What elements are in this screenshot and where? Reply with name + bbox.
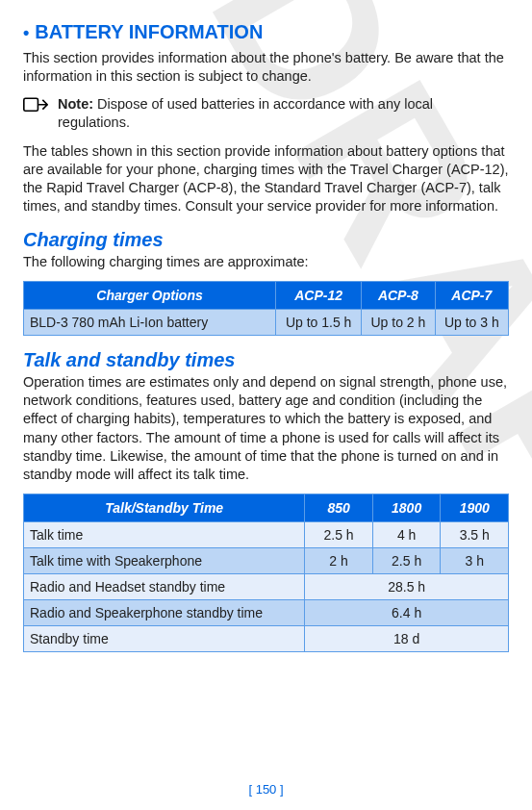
table-row: Radio and Headset standby time 28.5 h	[24, 573, 509, 599]
cell-label: Standby time	[24, 625, 305, 651]
charging-intro: The following charging times are approxi…	[23, 253, 509, 271]
section-intro: This section provides information about …	[23, 49, 509, 86]
table-header-row: Talk/Standby Time 850 1800 1900	[24, 494, 509, 521]
cell-merged: 28.5 h	[305, 573, 509, 599]
table-header-row: Charger Options ACP-12 ACP-8 ACP-7	[24, 282, 509, 310]
th-acp8: ACP-8	[362, 282, 435, 310]
section-title-text: BATTERY INFORMATION	[35, 21, 263, 42]
th-acp12: ACP-12	[276, 282, 362, 310]
talk-table: Talk/Standby Time 850 1800 1900 Talk tim…	[23, 494, 509, 652]
cell-label: Talk time	[24, 521, 305, 547]
section-title: •BATTERY INFORMATION	[23, 21, 509, 43]
cell-label: Talk time with Speakerphone	[24, 547, 305, 573]
th-talk-standby: Talk/Standby Time	[24, 494, 305, 521]
cell-battery-label: BLD-3 780 mAh Li-Ion battery	[24, 310, 276, 336]
talk-intro: Operation times are estimates only and d…	[23, 373, 509, 484]
table-row: Radio and Speakerphone standby time 6.4 …	[24, 599, 509, 625]
cell-val: 2 h	[305, 547, 373, 573]
th-850: 850	[305, 494, 373, 521]
page-number: [ 150 ]	[0, 782, 532, 797]
table-row: Talk time with Speakerphone 2 h 2.5 h 3 …	[24, 547, 509, 573]
cell-acp12: Up to 1.5 h	[276, 310, 362, 336]
cell-val: 3.5 h	[441, 521, 509, 547]
cell-merged: 18 d	[305, 625, 509, 651]
cell-val: 2.5 h	[372, 547, 441, 573]
page-content: •BATTERY INFORMATION This section provid…	[23, 21, 509, 652]
note-body: Dispose of used batteries in accordance …	[58, 96, 433, 130]
th-acp7: ACP-7	[435, 282, 508, 310]
table-row: Talk time 2.5 h 4 h 3.5 h	[24, 521, 509, 547]
note-arrow-icon	[23, 95, 48, 122]
cell-label: Radio and Speakerphone standby time	[24, 599, 305, 625]
cell-acp8: Up to 2 h	[362, 310, 435, 336]
note-label: Note:	[58, 96, 93, 112]
tables-intro: The tables shown in this section provide…	[23, 142, 509, 216]
th-1900: 1900	[441, 494, 509, 521]
th-charger-options: Charger Options	[24, 282, 276, 310]
cell-val: 4 h	[372, 521, 441, 547]
svg-rect-0	[24, 99, 38, 112]
note-text: Note: Dispose of used batteries in accor…	[58, 95, 509, 132]
table-row: BLD-3 780 mAh Li-Ion battery Up to 1.5 h…	[24, 310, 509, 336]
table-row: Standby time 18 d	[24, 625, 509, 651]
cell-acp7: Up to 3 h	[435, 310, 508, 336]
bullet-icon: •	[23, 23, 29, 42]
cell-merged: 6.4 h	[305, 599, 509, 625]
cell-val: 3 h	[441, 547, 509, 573]
talk-heading: Talk and standby times	[23, 349, 509, 371]
charging-table: Charger Options ACP-12 ACP-8 ACP-7 BLD-3…	[23, 281, 509, 336]
charging-heading: Charging times	[23, 229, 509, 251]
th-1800: 1800	[372, 494, 441, 521]
cell-val: 2.5 h	[305, 521, 373, 547]
cell-label: Radio and Headset standby time	[24, 573, 305, 599]
note-block: Note: Dispose of used batteries in accor…	[23, 95, 509, 132]
